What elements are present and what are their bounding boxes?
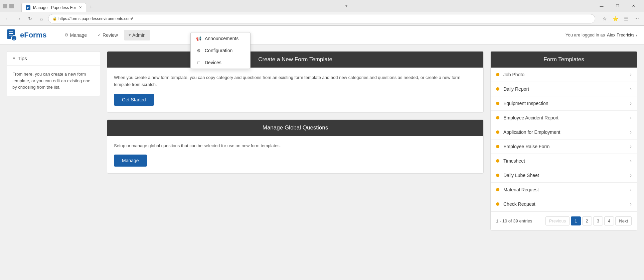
user-name-dropdown[interactable]: Alex Fredricks ▾ xyxy=(607,32,637,37)
template-name: Timesheet xyxy=(503,158,630,164)
tips-collapse-arrow: ▼ xyxy=(12,57,16,60)
chevron-down-icon: ▾ xyxy=(343,4,350,8)
nav-manage[interactable]: ⚙ Manage xyxy=(60,30,92,40)
global-questions-text: Setup or manage global questions that ca… xyxy=(114,143,477,150)
address-bar[interactable]: 🔒 https://forms.paperlessenvironments.co… xyxy=(48,14,595,23)
favorites-button[interactable]: ⭐ xyxy=(611,14,620,23)
template-name: Application for Employment xyxy=(503,129,630,135)
configuration-icon: ⚙ xyxy=(196,48,201,53)
restore-button[interactable]: ❐ xyxy=(610,1,625,11)
logo-link[interactable]: eForms xyxy=(7,29,46,41)
template-item[interactable]: Job Photo › xyxy=(491,68,637,82)
hub-button[interactable]: ☰ xyxy=(621,14,631,23)
url-text: https://forms.paperlessenvironments.com/ xyxy=(58,16,133,21)
template-item[interactable]: Check Request › xyxy=(491,197,637,211)
pagination-controls: Previous 1234Next xyxy=(545,216,632,225)
template-item[interactable]: Daily Report › xyxy=(491,82,637,96)
get-started-button[interactable]: Get Started xyxy=(114,94,154,106)
svg-rect-1 xyxy=(9,31,13,32)
template-item[interactable]: Application for Employment › xyxy=(491,125,637,139)
app-header: eForms ⚙ Manage ✓ Review ▾ Admin You are… xyxy=(0,26,644,44)
template-arrow-icon: › xyxy=(630,115,632,121)
close-button[interactable]: ✕ xyxy=(626,1,641,11)
center-column: Create a New Form Template When you crea… xyxy=(107,51,484,271)
user-name-text: Alex Fredricks xyxy=(607,32,634,37)
tips-body: From here, you can create a new form tem… xyxy=(7,66,100,96)
browser-icon xyxy=(3,4,7,8)
form-templates-card: Form Templates Job Photo › Daily Report … xyxy=(490,51,637,230)
home-button[interactable]: ⌂ xyxy=(37,14,46,23)
template-dot xyxy=(496,159,499,163)
template-item[interactable]: Timesheet › xyxy=(491,154,637,168)
refresh-button[interactable]: ↻ xyxy=(25,14,35,23)
template-dot xyxy=(496,174,499,177)
manage-button[interactable]: Manage xyxy=(114,155,147,167)
template-arrow-icon: › xyxy=(630,144,632,150)
template-name: Check Request xyxy=(503,201,630,207)
template-item[interactable]: Material Request › xyxy=(491,183,637,197)
active-tab[interactable]: P Manage - Paperless For ✕ xyxy=(21,3,86,12)
bookmark-this-button[interactable]: ☆ xyxy=(600,14,609,23)
global-questions-body: Setup or manage global questions that ca… xyxy=(107,136,483,174)
back-button[interactable]: ← xyxy=(3,14,12,23)
svg-rect-6 xyxy=(13,39,15,39)
create-template-header: Create a New Form Template xyxy=(107,52,483,68)
devices-label: Devices xyxy=(205,60,221,65)
nav-review-label: Review xyxy=(103,32,118,38)
admin-dropdown-menu: 📢 Announcements ⚙ Configuration □ Device… xyxy=(190,32,251,69)
template-list: Job Photo › Daily Report › Equipment Ins… xyxy=(491,68,637,211)
template-dot xyxy=(496,188,499,191)
forward-button[interactable]: → xyxy=(14,14,23,23)
next-page-button[interactable]: Next xyxy=(615,216,632,225)
admin-arrow-icon: ▾ xyxy=(129,32,131,37)
form-templates-header: Form Templates xyxy=(491,52,637,68)
page-3-button[interactable]: 3 xyxy=(593,216,603,225)
template-item[interactable]: Daily Lube Sheet › xyxy=(491,168,637,183)
tab-close-button[interactable]: ✕ xyxy=(79,5,82,10)
template-name: Daily Lube Sheet xyxy=(503,173,630,178)
announcements-icon: 📢 xyxy=(196,36,201,41)
svg-rect-3 xyxy=(9,35,12,35)
tab-title: Manage - Paperless For xyxy=(33,5,76,10)
new-tab-button[interactable]: + xyxy=(86,2,96,12)
page-2-button[interactable]: 2 xyxy=(582,216,592,225)
template-item[interactable]: Employee Raise Form › xyxy=(491,139,637,154)
template-item[interactable]: Employee Accident Report › xyxy=(491,111,637,125)
nav-admin-label: Admin xyxy=(132,32,146,38)
nav-admin[interactable]: ▾ Admin xyxy=(124,30,150,40)
page-4-button[interactable]: 4 xyxy=(604,216,614,225)
logo-icon xyxy=(7,29,17,41)
pagination-row: 1 - 10 of 39 entries Previous 1234Next xyxy=(491,211,637,230)
dropdown-item-configuration[interactable]: ⚙ Configuration xyxy=(191,44,250,57)
template-dot xyxy=(496,87,499,91)
dropdown-item-devices[interactable]: □ Devices xyxy=(191,57,250,69)
template-arrow-icon: › xyxy=(630,172,632,178)
dropdown-item-announcements[interactable]: 📢 Announcements xyxy=(191,32,250,44)
minimize-button[interactable]: — xyxy=(594,1,609,11)
create-template-card: Create a New Form Template When you crea… xyxy=(107,51,484,113)
tips-toggle[interactable]: ▼ Tips xyxy=(7,52,100,66)
devices-icon: □ xyxy=(196,60,201,65)
prev-page-button[interactable]: Previous xyxy=(545,216,570,225)
tab-favicon: P xyxy=(26,5,30,10)
address-bar-row: ← → ↻ ⌂ 🔒 https://forms.paperlessenviron… xyxy=(0,12,644,25)
template-dot xyxy=(496,116,499,119)
template-arrow-icon: › xyxy=(630,86,632,92)
template-arrow-icon: › xyxy=(630,100,632,106)
logged-in-text: You are logged in as xyxy=(566,32,605,37)
tab-strip: P Manage - Paperless For ✕ + xyxy=(19,0,99,12)
template-dot xyxy=(496,130,499,134)
global-questions-header: Manage Global Questions xyxy=(107,120,483,136)
page-1-button[interactable]: 1 xyxy=(571,216,581,225)
template-name: Material Request xyxy=(503,187,630,192)
create-template-body: When you create a new form template, you… xyxy=(107,68,483,112)
nav-review[interactable]: ✓ Review xyxy=(93,30,123,40)
settings-button[interactable]: ⋯ xyxy=(632,14,641,23)
review-check-icon: ✓ xyxy=(98,32,101,37)
template-arrow-icon: › xyxy=(630,201,632,207)
logo-text: eForms xyxy=(20,31,46,39)
user-dropdown-arrow: ▾ xyxy=(636,33,637,37)
main-content: ▼ Tips From here, you can create a new f… xyxy=(0,44,644,278)
template-item[interactable]: Equipment Inspection › xyxy=(491,96,637,111)
template-arrow-icon: › xyxy=(630,129,632,135)
